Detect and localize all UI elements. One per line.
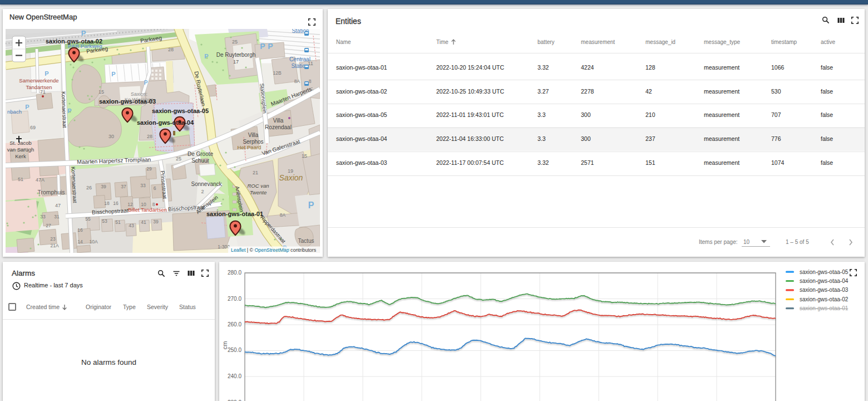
svg-text:39: 39 bbox=[101, 184, 106, 189]
svg-text:16: 16 bbox=[113, 200, 119, 206]
svg-text:12: 12 bbox=[127, 202, 133, 207]
svg-text:26: 26 bbox=[86, 185, 92, 190]
svg-text:P: P bbox=[25, 104, 29, 110]
svg-text:260.0: 260.0 bbox=[228, 321, 241, 327]
svg-text:Saxion: Saxion bbox=[279, 173, 303, 182]
svg-text:17: 17 bbox=[233, 59, 239, 65]
svg-text:18: 18 bbox=[104, 200, 110, 206]
svg-text:Kerk: Kerk bbox=[15, 153, 26, 159]
svg-text:33: 33 bbox=[40, 214, 46, 219]
svg-text:Tromphuis: Tromphuis bbox=[37, 189, 65, 195]
svg-text:Sonnevanck: Sonnevanck bbox=[191, 181, 222, 187]
svg-text:cm: cm bbox=[221, 341, 228, 350]
svg-text:saxion-gws-otaa-05: saxion-gws-otaa-05 bbox=[800, 269, 849, 275]
svg-text:29: 29 bbox=[146, 166, 152, 172]
svg-text:21A: 21A bbox=[50, 243, 58, 248]
svg-text:47: 47 bbox=[55, 203, 61, 208]
svg-text:31: 31 bbox=[54, 214, 60, 219]
svg-text:saxion-gws-otaa-01: saxion-gws-otaa-01 bbox=[800, 305, 849, 311]
svg-text:ROC van: ROC van bbox=[247, 183, 269, 189]
svg-text:saxion-gws-otaa-02: saxion-gws-otaa-02 bbox=[46, 38, 102, 45]
svg-text:2: 2 bbox=[201, 189, 204, 194]
svg-text:8: 8 bbox=[152, 202, 155, 207]
svg-text:10: 10 bbox=[141, 202, 146, 207]
svg-text:28: 28 bbox=[168, 47, 174, 52]
svg-text:27: 27 bbox=[46, 223, 51, 228]
svg-text:Samenwerkende: Samenwerkende bbox=[19, 77, 58, 84]
svg-text:P: P bbox=[260, 42, 265, 51]
svg-text:19: 19 bbox=[288, 168, 293, 174]
svg-text:Schuur: Schuur bbox=[191, 158, 209, 164]
svg-text:Tandartsen: Tandartsen bbox=[26, 84, 52, 90]
svg-text:nbach: nbach bbox=[7, 109, 22, 115]
svg-text:Kortenaerstraat: Kortenaerstraat bbox=[61, 91, 68, 128]
svg-text:16: 16 bbox=[77, 227, 83, 233]
svg-text:Twente: Twente bbox=[250, 189, 267, 195]
svg-text:Saxion:: Saxion: bbox=[131, 91, 147, 97]
svg-text:10A: 10A bbox=[89, 239, 97, 244]
svg-text:71: 71 bbox=[40, 89, 46, 95]
svg-text:saxion-gws-otaa-03: saxion-gws-otaa-03 bbox=[800, 287, 849, 293]
svg-text:Tactus: Tactus bbox=[298, 238, 314, 244]
svg-text:saxion-gws-otaa-03: saxion-gws-otaa-03 bbox=[99, 98, 156, 105]
svg-text:Leaflet | © OpenStreetMap cont: Leaflet | © OpenStreetMap contributors bbox=[231, 247, 317, 253]
svg-text:P: P bbox=[308, 200, 314, 210]
svg-text:Villa: Villa bbox=[248, 132, 259, 138]
svg-text:47A: 47A bbox=[36, 177, 45, 183]
svg-text:14: 14 bbox=[77, 239, 83, 244]
svg-text:69: 69 bbox=[30, 125, 36, 130]
svg-text:Billet Tandartsen: Billet Tandartsen bbox=[128, 207, 167, 213]
svg-text:saxion-gws-otaa-04: saxion-gws-otaa-04 bbox=[800, 278, 849, 284]
svg-text:P: P bbox=[81, 29, 86, 37]
svg-text:De Ruyterborgh: De Ruyterborgh bbox=[216, 52, 256, 58]
svg-text:23: 23 bbox=[50, 236, 56, 242]
svg-text:saxion-gws-otaa-04: saxion-gws-otaa-04 bbox=[137, 119, 194, 126]
svg-text:Centraal: Centraal bbox=[289, 56, 310, 62]
svg-text:Serphos: Serphos bbox=[243, 139, 263, 145]
svg-text:270.0: 270.0 bbox=[228, 296, 241, 302]
svg-text:van Sarugh: van Sarugh bbox=[7, 146, 34, 153]
svg-text:P: P bbox=[45, 70, 48, 77]
svg-text:12B: 12B bbox=[273, 70, 281, 76]
svg-text:30: 30 bbox=[108, 134, 114, 139]
svg-text:P: P bbox=[111, 71, 115, 77]
svg-text:Villa: Villa bbox=[273, 118, 284, 124]
svg-text:55: 55 bbox=[85, 216, 91, 222]
svg-text:Het Paard: Het Paard bbox=[238, 144, 262, 150]
svg-text:53: 53 bbox=[102, 218, 107, 224]
svg-text:43: 43 bbox=[129, 223, 134, 228]
svg-text:saxion-gws-otaa-01: saxion-gws-otaa-01 bbox=[206, 211, 263, 217]
svg-text:280.0: 280.0 bbox=[228, 270, 241, 276]
svg-text:saxion-gws-otaa-02: saxion-gws-otaa-02 bbox=[800, 296, 849, 302]
svg-text:21: 21 bbox=[253, 170, 258, 175]
svg-text:1-300: 1-300 bbox=[218, 244, 230, 250]
svg-text:240.0: 240.0 bbox=[228, 373, 241, 379]
svg-text:51: 51 bbox=[18, 177, 23, 182]
svg-text:8A: 8A bbox=[294, 79, 300, 84]
svg-text:250.0: 250.0 bbox=[228, 347, 241, 353]
svg-text:51: 51 bbox=[115, 219, 121, 225]
svg-text:28: 28 bbox=[147, 134, 152, 139]
svg-text:41: 41 bbox=[141, 219, 146, 225]
svg-text:8A: 8A bbox=[280, 212, 286, 218]
svg-text:37: 37 bbox=[121, 184, 126, 189]
svg-text:6: 6 bbox=[154, 185, 156, 191]
svg-text:Rozendaal: Rozendaal bbox=[265, 124, 292, 130]
svg-text:De Groote: De Groote bbox=[188, 151, 214, 157]
svg-text:saxion-gws-otaa-05: saxion-gws-otaa-05 bbox=[152, 107, 209, 114]
svg-text:25: 25 bbox=[232, 39, 238, 45]
svg-text:33: 33 bbox=[140, 183, 146, 188]
svg-text:39: 39 bbox=[153, 219, 159, 224]
svg-text:15: 15 bbox=[98, 89, 104, 95]
svg-text:15: 15 bbox=[302, 153, 307, 159]
svg-text:St. Jacob: St. Jacob bbox=[9, 140, 32, 146]
svg-text:P: P bbox=[204, 53, 208, 60]
svg-text:8: 8 bbox=[309, 79, 312, 84]
svg-text:P: P bbox=[144, 80, 148, 86]
svg-text:P: P bbox=[67, 107, 71, 114]
svg-text:25: 25 bbox=[176, 156, 181, 162]
svg-text:P: P bbox=[268, 42, 273, 51]
